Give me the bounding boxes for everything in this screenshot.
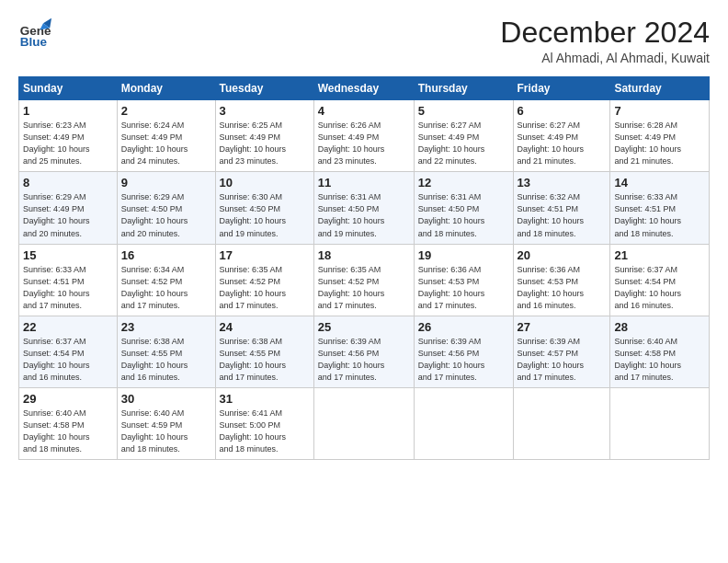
day-number: 15 [23,248,113,262]
day-number: 8 [23,176,113,190]
calendar-cell: 19Sunrise: 6:36 AMSunset: 4:53 PMDayligh… [414,244,513,316]
day-info: Sunrise: 6:40 AMSunset: 4:59 PMDaylight:… [121,408,211,455]
day-info: Sunrise: 6:23 AMSunset: 4:49 PMDaylight:… [23,120,113,167]
day-info: Sunrise: 6:28 AMSunset: 4:49 PMDaylight:… [614,120,705,167]
day-number: 21 [614,248,705,262]
month-title: December 2024 [500,17,710,49]
day-info: Sunrise: 6:31 AMSunset: 4:50 PMDaylight:… [418,191,509,239]
day-info: Sunrise: 6:39 AMSunset: 4:57 PMDaylight:… [518,336,607,384]
calendar-cell: 27Sunrise: 6:39 AMSunset: 4:57 PMDayligh… [513,316,610,387]
day-info: Sunrise: 6:35 AMSunset: 4:52 PMDaylight:… [220,264,310,312]
day-info: Sunrise: 6:39 AMSunset: 4:56 PMDaylight:… [418,336,509,384]
calendar-cell: 12Sunrise: 6:31 AMSunset: 4:50 PMDayligh… [414,172,513,244]
day-info: Sunrise: 6:33 AMSunset: 4:51 PMDaylight:… [614,191,705,239]
calendar-week-3: 15Sunrise: 6:33 AMSunset: 4:51 PMDayligh… [19,244,710,316]
subtitle: Al Ahmadi, Al Ahmadi, Kuwait [500,51,710,65]
calendar-cell: 18Sunrise: 6:35 AMSunset: 4:52 PMDayligh… [313,244,414,316]
day-number: 23 [121,320,211,334]
day-info: Sunrise: 6:34 AMSunset: 4:52 PMDaylight:… [121,264,211,312]
day-number: 13 [518,176,607,190]
calendar-cell: 26Sunrise: 6:39 AMSunset: 4:56 PMDayligh… [414,316,513,387]
calendar-cell: 2Sunrise: 6:24 AMSunset: 4:49 PMDaylight… [117,100,215,172]
calendar-week-5: 29Sunrise: 6:40 AMSunset: 4:58 PMDayligh… [19,387,710,459]
calendar-cell: 7Sunrise: 6:28 AMSunset: 4:49 PMDaylight… [610,100,710,172]
calendar-cell: 30Sunrise: 6:40 AMSunset: 4:59 PMDayligh… [117,387,215,459]
calendar-cell: 25Sunrise: 6:39 AMSunset: 4:56 PMDayligh… [313,316,414,387]
day-info: Sunrise: 6:31 AMSunset: 4:50 PMDaylight:… [318,191,410,239]
calendar-cell: 11Sunrise: 6:31 AMSunset: 4:50 PMDayligh… [313,172,414,244]
day-number: 6 [518,104,607,118]
day-number: 7 [614,104,705,118]
day-info: Sunrise: 6:38 AMSunset: 4:55 PMDaylight:… [121,336,211,384]
calendar-cell: 13Sunrise: 6:32 AMSunset: 4:51 PMDayligh… [513,172,610,244]
col-wednesday: Wednesday [313,77,414,100]
day-info: Sunrise: 6:27 AMSunset: 4:49 PMDaylight:… [418,120,509,167]
calendar-cell [513,387,610,459]
calendar-cell [313,387,414,459]
day-number: 2 [121,104,211,118]
day-info: Sunrise: 6:29 AMSunset: 4:49 PMDaylight:… [23,191,113,239]
day-info: Sunrise: 6:39 AMSunset: 4:56 PMDaylight:… [318,336,410,384]
day-info: Sunrise: 6:36 AMSunset: 4:53 PMDaylight:… [518,264,607,312]
day-info: Sunrise: 6:33 AMSunset: 4:51 PMDaylight:… [23,264,113,312]
day-number: 9 [121,176,211,190]
col-saturday: Saturday [610,77,710,100]
day-info: Sunrise: 6:29 AMSunset: 4:50 PMDaylight:… [121,191,211,239]
col-friday: Friday [513,77,610,100]
calendar-cell: 24Sunrise: 6:38 AMSunset: 4:55 PMDayligh… [215,316,313,387]
day-number: 28 [614,320,705,334]
calendar-cell: 14Sunrise: 6:33 AMSunset: 4:51 PMDayligh… [610,172,710,244]
calendar-week-4: 22Sunrise: 6:37 AMSunset: 4:54 PMDayligh… [19,316,710,387]
calendar-header-row: Sunday Monday Tuesday Wednesday Thursday… [19,77,710,100]
calendar-cell: 15Sunrise: 6:33 AMSunset: 4:51 PMDayligh… [19,244,118,316]
day-info: Sunrise: 6:37 AMSunset: 4:54 PMDaylight:… [23,336,113,384]
col-tuesday: Tuesday [215,77,313,100]
day-number: 14 [614,176,705,190]
calendar-cell: 22Sunrise: 6:37 AMSunset: 4:54 PMDayligh… [19,316,118,387]
calendar-cell: 21Sunrise: 6:37 AMSunset: 4:54 PMDayligh… [610,244,710,316]
calendar-week-2: 8Sunrise: 6:29 AMSunset: 4:49 PMDaylight… [19,172,710,244]
calendar-cell: 5Sunrise: 6:27 AMSunset: 4:49 PMDaylight… [414,100,513,172]
calendar-cell: 20Sunrise: 6:36 AMSunset: 4:53 PMDayligh… [513,244,610,316]
day-info: Sunrise: 6:32 AMSunset: 4:51 PMDaylight:… [518,191,607,239]
day-info: Sunrise: 6:26 AMSunset: 4:49 PMDaylight:… [318,120,410,167]
header: General Blue December 2024 Al Ahmadi, Al… [18,17,710,65]
day-info: Sunrise: 6:24 AMSunset: 4:49 PMDaylight:… [121,120,211,167]
calendar-cell: 17Sunrise: 6:35 AMSunset: 4:52 PMDayligh… [215,244,313,316]
calendar-cell: 23Sunrise: 6:38 AMSunset: 4:55 PMDayligh… [117,316,215,387]
day-info: Sunrise: 6:25 AMSunset: 4:49 PMDaylight:… [220,120,310,167]
day-number: 26 [418,320,509,334]
calendar-cell: 28Sunrise: 6:40 AMSunset: 4:58 PMDayligh… [610,316,710,387]
day-info: Sunrise: 6:38 AMSunset: 4:55 PMDaylight:… [220,336,310,384]
title-area: December 2024 Al Ahmadi, Al Ahmadi, Kuwa… [500,17,710,65]
calendar-cell: 31Sunrise: 6:41 AMSunset: 5:00 PMDayligh… [215,387,313,459]
calendar-cell: 16Sunrise: 6:34 AMSunset: 4:52 PMDayligh… [117,244,215,316]
day-number: 5 [418,104,509,118]
day-number: 27 [518,320,607,334]
day-number: 30 [121,392,211,406]
logo-icon: General Blue [18,17,51,50]
day-info: Sunrise: 6:41 AMSunset: 5:00 PMDaylight:… [220,408,310,455]
day-info: Sunrise: 6:35 AMSunset: 4:52 PMDaylight:… [318,264,410,312]
day-number: 1 [23,104,113,118]
col-monday: Monday [117,77,215,100]
calendar-cell [414,387,513,459]
day-number: 25 [318,320,410,334]
day-number: 31 [220,392,310,406]
calendar-cell: 9Sunrise: 6:29 AMSunset: 4:50 PMDaylight… [117,172,215,244]
day-number: 17 [220,248,310,262]
day-number: 12 [418,176,509,190]
calendar-cell: 1Sunrise: 6:23 AMSunset: 4:49 PMDaylight… [19,100,118,172]
day-number: 4 [318,104,410,118]
day-info: Sunrise: 6:36 AMSunset: 4:53 PMDaylight:… [418,264,509,312]
calendar-cell: 29Sunrise: 6:40 AMSunset: 4:58 PMDayligh… [19,387,118,459]
day-number: 10 [220,176,310,190]
calendar-cell: 3Sunrise: 6:25 AMSunset: 4:49 PMDaylight… [215,100,313,172]
day-number: 18 [318,248,410,262]
day-number: 24 [220,320,310,334]
day-number: 20 [518,248,607,262]
day-number: 19 [418,248,509,262]
calendar-cell: 10Sunrise: 6:30 AMSunset: 4:50 PMDayligh… [215,172,313,244]
page: General Blue December 2024 Al Ahmadi, Al… [0,0,728,469]
day-number: 29 [23,392,113,406]
